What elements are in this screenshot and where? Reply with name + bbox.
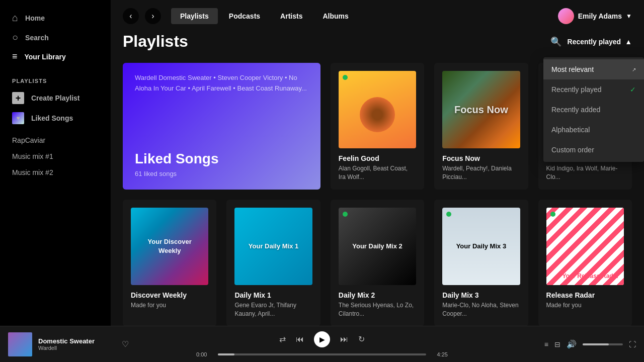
next-button[interactable]: ⏭ bbox=[340, 335, 348, 344]
focus-now-title: Focus Now bbox=[442, 154, 520, 162]
nav-tabs: Playlists Podcasts Artists Albums bbox=[171, 8, 358, 24]
sidebar: ⌂ Home ○ Search ≡ Your Library PLAYLISTS… bbox=[0, 0, 111, 326]
card-focus-now[interactable]: Focus Now Focus Now Wardell, Peachy!, Da… bbox=[434, 63, 528, 190]
playlists-section-title: PLAYLISTS bbox=[0, 70, 111, 88]
track-artist: Wardell bbox=[38, 345, 116, 351]
good-desc: Kid Indigo, Ira Wolf, Marie-Clo... bbox=[546, 164, 624, 182]
card-discover-weekly[interactable]: Your Discover Weekly Discover Weekly Mad… bbox=[123, 200, 216, 326]
card-daily-mix-3[interactable]: Your Daily Mix 3 Daily Mix 3 Marie-Clo, … bbox=[434, 200, 528, 326]
play-button[interactable]: ▶ bbox=[314, 331, 330, 347]
dropdown-label-recently-added: Recently added bbox=[551, 106, 600, 114]
discover-weekly-image: Your Discover Weekly bbox=[131, 208, 208, 285]
queue-button[interactable]: ≡ bbox=[544, 340, 548, 348]
track-name: Domestic Sweater bbox=[38, 337, 116, 345]
sidebar-item-search-label: Search bbox=[25, 34, 49, 42]
discover-weekly-title: Discover Weekly bbox=[131, 291, 208, 299]
release-radar-desc: Made for you bbox=[546, 301, 624, 310]
liked-songs-label: Liked Songs bbox=[31, 114, 73, 122]
sidebar-playlist-music2[interactable]: Music mix #2 bbox=[0, 164, 111, 180]
dropdown-item-alphabetical[interactable]: Alphabetical bbox=[543, 120, 644, 140]
check-icon: ✓ bbox=[630, 85, 636, 94]
tab-playlists[interactable]: Playlists bbox=[171, 8, 218, 24]
now-playing-bar: Domestic Sweater Wardell ♡ ⇄ ⏮ ▶ ⏭ ↻ 0:0… bbox=[0, 326, 644, 362]
dropdown-label-recently-played: Recently played bbox=[551, 85, 602, 94]
dropdown-label-most-relevant: Most relevant bbox=[551, 65, 594, 73]
user-menu[interactable]: Emily Adams ▼ bbox=[558, 8, 632, 24]
focus-now-desc: Wardell, Peachy!, Daniela Picciau... bbox=[442, 164, 520, 182]
avatar bbox=[558, 8, 574, 24]
filter-search-button[interactable]: 🔍 bbox=[550, 36, 561, 47]
total-time: 4:25 bbox=[430, 351, 448, 357]
create-playlist-button[interactable]: + Create Playlist bbox=[0, 88, 111, 108]
tab-podcasts[interactable]: Podcasts bbox=[220, 8, 269, 24]
release-radar-title: Release Radar bbox=[546, 291, 624, 299]
dropdown-item-most-relevant[interactable]: Most relevant ↗ bbox=[543, 59, 644, 79]
progress-bar-container: 0:00 4:25 bbox=[196, 351, 448, 357]
sidebar-playlist-music1[interactable]: Music mix #1 bbox=[0, 148, 111, 164]
daily-mix-2-overlay: Your Daily Mix 2 bbox=[347, 237, 407, 256]
now-playing-track: Domestic Sweater Wardell ♡ bbox=[8, 332, 129, 356]
create-playlist-label: Create Playlist bbox=[31, 94, 80, 102]
daily-mix-1-image: Your Daily Mix 1 bbox=[234, 208, 312, 285]
forward-button[interactable]: › bbox=[145, 8, 161, 24]
prev-button[interactable]: ⏮ bbox=[296, 335, 304, 344]
current-time: 0:00 bbox=[196, 351, 214, 357]
repeat-button[interactable]: ↻ bbox=[358, 334, 365, 344]
spotify-dot-4 bbox=[550, 212, 555, 217]
daily-mix-2-image: Your Daily Mix 2 bbox=[339, 208, 416, 285]
shuffle-button[interactable]: ⇄ bbox=[279, 334, 286, 344]
sort-button[interactable]: Recently played ▲ bbox=[568, 38, 632, 46]
content-header: Playlists 🔍 Recently played ▲ bbox=[123, 32, 632, 51]
top-nav: ‹ › Playlists Podcasts Artists Albums Em… bbox=[111, 0, 644, 32]
cursor-indicator: ↗ bbox=[632, 67, 636, 72]
like-button[interactable]: ♡ bbox=[122, 339, 129, 349]
discover-weekly-overlay: Your Discover Weekly bbox=[131, 232, 208, 260]
volume-track[interactable] bbox=[583, 343, 623, 345]
dropdown-item-custom-order[interactable]: Custom order bbox=[543, 140, 644, 160]
track-info: Domestic Sweater Wardell bbox=[38, 337, 116, 351]
card-feelin-good[interactable]: Feelin Good Alan Gogoll, Beast Coast, Ir… bbox=[331, 63, 424, 190]
card-daily-mix-2[interactable]: Your Daily Mix 2 Daily Mix 2 The Serious… bbox=[331, 200, 424, 326]
sidebar-playlist-rapcaviar[interactable]: RapCaviar bbox=[0, 132, 111, 148]
chevron-down-icon: ▼ bbox=[626, 13, 632, 20]
library-icon: ≡ bbox=[12, 51, 18, 62]
back-button[interactable]: ‹ bbox=[123, 8, 139, 24]
liked-songs-subtitle: 61 liked songs bbox=[135, 170, 308, 177]
sidebar-item-library-label: Your Library bbox=[25, 53, 66, 61]
sort-chevron-icon: ▲ bbox=[625, 38, 632, 46]
fullscreen-button[interactable]: ⛶ bbox=[629, 340, 636, 348]
dropdown-label-custom-order: Custom order bbox=[551, 146, 594, 154]
content-area: Playlists 🔍 Recently played ▲ W bbox=[111, 32, 644, 326]
tab-artists[interactable]: Artists bbox=[271, 8, 311, 24]
dropdown-item-recently-played[interactable]: Recently played ✓ bbox=[543, 79, 644, 100]
page-title: Playlists bbox=[123, 32, 188, 51]
release-radar-image: Your Release Radar bbox=[546, 208, 624, 285]
card-release-radar[interactable]: Your Release Radar Release Radar Made fo… bbox=[538, 200, 632, 326]
daily-mix-3-desc: Marie-Clo, No Aloha, Steven Cooper... bbox=[442, 301, 520, 318]
progress-track[interactable] bbox=[218, 353, 426, 355]
liked-songs-icon: ♥ bbox=[12, 112, 24, 124]
volume-button[interactable]: 🔊 bbox=[567, 339, 577, 349]
focus-now-image: Focus Now bbox=[442, 71, 520, 148]
devices-button[interactable]: ⊟ bbox=[554, 340, 560, 348]
sort-dropdown-container: Recently played ▲ bbox=[568, 38, 632, 46]
volume-fill bbox=[583, 343, 609, 345]
filter-area: 🔍 Recently played ▲ bbox=[550, 36, 632, 47]
user-name: Emily Adams bbox=[578, 12, 622, 20]
daily-mix-3-image: Your Daily Mix 3 bbox=[442, 208, 520, 285]
spotify-dot-2 bbox=[343, 212, 348, 217]
track-thumbnail bbox=[8, 332, 32, 356]
release-radar-overlay: Your Release Radar bbox=[562, 273, 619, 281]
card-daily-mix-1[interactable]: Your Daily Mix 1 Daily Mix 1 Gene Evaro … bbox=[226, 200, 320, 326]
playlist-grid-row2: Your Discover Weekly Discover Weekly Mad… bbox=[123, 200, 632, 326]
card-liked-songs[interactable]: Wardell Domestic Sweater • Steven Cooper… bbox=[123, 63, 320, 190]
dropdown-item-recently-added[interactable]: Recently added bbox=[543, 100, 644, 120]
main-content: ‹ › Playlists Podcasts Artists Albums Em… bbox=[111, 0, 644, 326]
sidebar-item-home[interactable]: ⌂ Home bbox=[6, 8, 105, 28]
sidebar-item-search[interactable]: ○ Search bbox=[6, 28, 105, 47]
tab-albums[interactable]: Albums bbox=[313, 8, 357, 24]
sidebar-item-library[interactable]: ≡ Your Library bbox=[6, 47, 105, 66]
sort-dropdown-menu: Most relevant ↗ Recently played ✓ Recent… bbox=[543, 57, 644, 162]
liked-songs-button[interactable]: ♥ Liked Songs bbox=[0, 108, 111, 128]
liked-songs-description: Wardell Domestic Sweater • Steven Cooper… bbox=[135, 73, 308, 94]
